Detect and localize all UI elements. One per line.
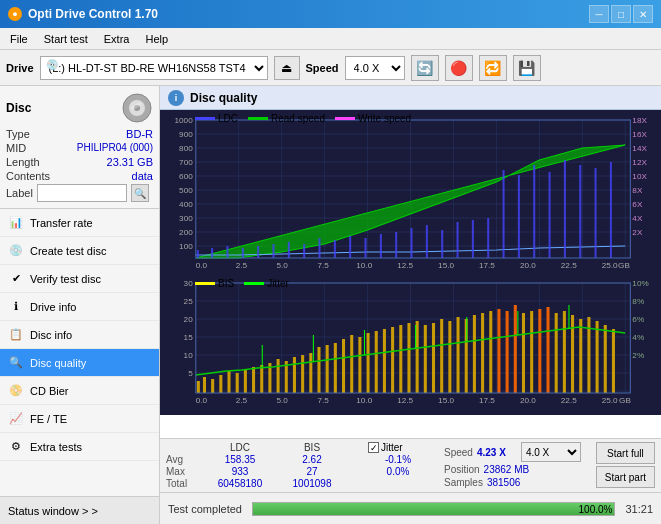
avg-row: Avg 158.35 2.62 -0.1% (166, 454, 428, 465)
samples-label: Samples (444, 477, 483, 488)
svg-text:8X: 8X (632, 186, 643, 195)
svg-text:6%: 6% (632, 315, 644, 324)
spacer3 (348, 466, 368, 477)
disc-mid-row: MID PHILIPR04 (000) (6, 142, 153, 154)
svg-text:16X: 16X (632, 130, 647, 139)
svg-rect-132 (236, 373, 239, 393)
save-button[interactable]: 💾 (513, 55, 541, 81)
svg-text:15.0: 15.0 (438, 396, 454, 405)
svg-rect-172 (563, 311, 566, 393)
speed-select[interactable]: 4.0 X 8.0 X Max (345, 56, 405, 80)
nav-item-disc-info[interactable]: 📋 Disc info (0, 321, 159, 349)
maximize-button[interactable]: □ (611, 5, 631, 23)
eject-button[interactable]: ⏏ (274, 56, 300, 80)
status-window-button[interactable]: Status window > > (0, 496, 159, 524)
disc-label-input[interactable] (37, 184, 127, 202)
ldc-col-header: LDC (204, 442, 276, 453)
svg-rect-134 (252, 367, 255, 393)
svg-rect-178 (612, 329, 615, 393)
nav-item-cd-bier[interactable]: 📀 CD Bier (0, 377, 159, 405)
minimize-button[interactable]: ─ (589, 5, 609, 23)
menu-file[interactable]: File (4, 31, 34, 47)
quality-header: i Disc quality (160, 86, 661, 110)
svg-rect-78 (518, 175, 520, 258)
label-search-button[interactable]: 🔍 (131, 184, 149, 202)
menu-bar: File Start test Extra Help (0, 28, 661, 50)
nav-item-create-test-disc[interactable]: 💿 Create test disc (0, 237, 159, 265)
svg-text:17.5: 17.5 (479, 396, 495, 405)
extra-tests-icon: ⚙ (8, 439, 24, 455)
svg-rect-168 (530, 311, 533, 393)
svg-rect-128 (203, 377, 206, 393)
svg-rect-140 (301, 355, 304, 393)
svg-rect-166 (514, 305, 517, 393)
total-row: Total 60458180 1001098 (166, 478, 428, 489)
menu-start-test[interactable]: Start test (38, 31, 94, 47)
start-full-button[interactable]: Start full (596, 442, 655, 464)
refresh-button[interactable]: 🔄 (411, 55, 439, 81)
nav-item-disc-quality[interactable]: 🔍 Disc quality (0, 349, 159, 377)
write-speed-color (335, 117, 355, 120)
menu-help[interactable]: Help (139, 31, 174, 47)
drive-info-icon: ℹ (8, 299, 24, 315)
svg-text:22.5: 22.5 (561, 261, 577, 270)
svg-text:6X: 6X (632, 200, 643, 209)
nav-item-fe-te[interactable]: 📈 FE / TE (0, 405, 159, 433)
jitter-checkbox[interactable]: ✓ (368, 442, 379, 453)
svg-rect-63 (288, 242, 290, 258)
svg-rect-72 (426, 225, 428, 258)
svg-text:2%: 2% (632, 351, 644, 360)
nav-item-drive-info[interactable]: ℹ Drive info (0, 293, 159, 321)
compare-button[interactable]: 🔁 (479, 55, 507, 81)
svg-text:200: 200 (179, 228, 193, 237)
total-label: Total (166, 478, 204, 489)
svg-rect-155 (424, 325, 427, 393)
start-part-button[interactable]: Start part (596, 466, 655, 488)
svg-rect-64 (303, 244, 305, 258)
max-bis: 27 (276, 466, 348, 477)
status-bar: Test completed 100.0% 31:21 (160, 492, 661, 524)
cd-bier-icon: 📀 (8, 383, 24, 399)
svg-rect-84 (610, 162, 612, 258)
svg-rect-137 (277, 359, 280, 393)
status-text: Test completed (168, 503, 242, 515)
svg-rect-70 (395, 232, 397, 258)
samples-row: Samples 381506 (444, 477, 581, 488)
nav-items: 📊 Transfer rate 💿 Create test disc ✔ Ver… (0, 209, 159, 496)
max-row: Max 933 27 0.0% (166, 466, 428, 477)
close-button[interactable]: ✕ (633, 5, 653, 23)
disc-quality-icon: 🔍 (8, 355, 24, 371)
svg-text:10: 10 (184, 351, 194, 360)
disc-title: Disc (6, 101, 31, 115)
burn-button[interactable]: 🔴 (445, 55, 473, 81)
nav-item-transfer-rate[interactable]: 📊 Transfer rate (0, 209, 159, 237)
avg-label: Avg (166, 454, 204, 465)
quality-title: Disc quality (190, 91, 257, 105)
menu-extra[interactable]: Extra (98, 31, 136, 47)
svg-rect-148 (367, 333, 370, 393)
svg-rect-143 (326, 345, 329, 393)
stats-table: LDC BIS ✓ Jitter Avg 158.35 2.62 -0.1% (166, 442, 428, 489)
max-label: Max (166, 466, 204, 477)
svg-text:900: 900 (179, 130, 193, 139)
spacer2 (348, 454, 368, 465)
svg-rect-127 (197, 381, 200, 393)
svg-rect-81 (564, 160, 566, 258)
drive-icon: 💿 (46, 59, 58, 70)
svg-text:12.5: 12.5 (397, 396, 413, 405)
chart1: LDC Read speed Write speed (160, 110, 661, 275)
svg-text:2.5: 2.5 (236, 396, 248, 405)
nav-item-extra-tests[interactable]: ⚙ Extra tests (0, 433, 159, 461)
disc-type-row: Type BD-R (6, 128, 153, 140)
transfer-rate-icon: 📊 (8, 215, 24, 231)
svg-text:30: 30 (184, 279, 194, 288)
drive-select[interactable]: (L:) HL-DT-ST BD-RE WH16NS58 TST4 (40, 56, 268, 80)
speed-select-stats[interactable]: 4.0 X (521, 442, 581, 462)
title-bar: ● Opti Drive Control 1.70 ─ □ ✕ (0, 0, 661, 28)
charts-area: LDC Read speed Write speed (160, 110, 661, 438)
svg-text:12X: 12X (632, 158, 647, 167)
svg-rect-61 (257, 246, 259, 258)
nav-item-verify-test-disc[interactable]: ✔ Verify test disc (0, 265, 159, 293)
svg-rect-162 (481, 313, 484, 393)
start-buttons: Start full Start part (596, 442, 655, 488)
